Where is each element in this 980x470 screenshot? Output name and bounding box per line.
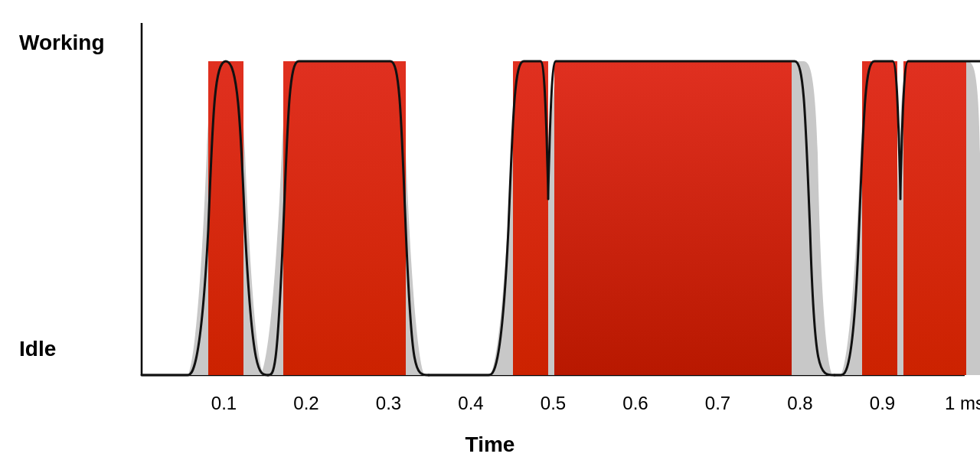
tick-0.6: 0.6 [622,393,648,413]
tick-0.2: 0.2 [293,393,318,413]
x-axis-time-label: Time [466,432,515,456]
tick-0.1: 0.1 [211,393,237,413]
red-bar-4a [862,61,897,375]
y-axis-working-label: Working [19,31,104,54]
y-axis-idle-label: Idle [19,337,56,361]
red-bar-2 [283,61,406,375]
tick-1ms: 1 ms [945,393,980,413]
red-bar-3b [554,61,792,375]
tick-0.9: 0.9 [870,393,895,413]
tick-0.5: 0.5 [541,393,566,413]
chart-container: Working Idle Time 0.1 0.2 0.3 0.4 0.5 0.… [0,0,980,470]
red-bar-3a [513,61,548,375]
tick-0.3: 0.3 [376,393,401,413]
tick-0.7: 0.7 [705,393,730,413]
tick-0.4: 0.4 [458,393,483,413]
red-bar-4b [903,61,966,375]
tick-0.8: 0.8 [787,393,812,413]
